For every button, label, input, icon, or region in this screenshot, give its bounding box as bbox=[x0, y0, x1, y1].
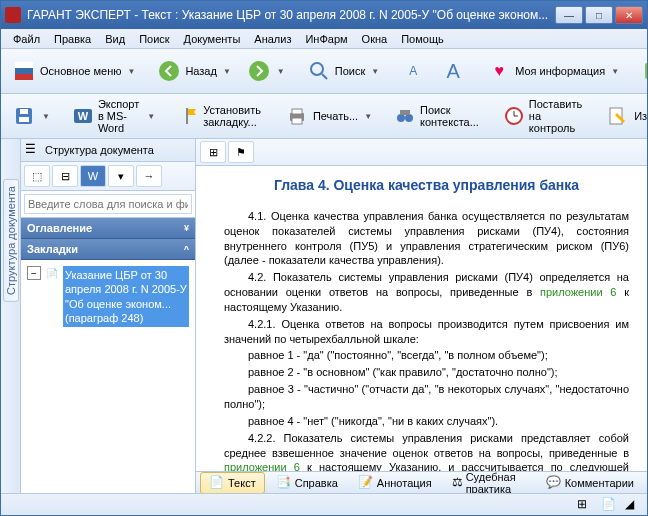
back-icon bbox=[157, 59, 181, 83]
doc-tb-btn1[interactable]: ⊞ bbox=[200, 141, 226, 163]
svg-rect-16 bbox=[292, 118, 302, 124]
menu-edit[interactable]: Правка bbox=[48, 31, 97, 47]
sidebar-tb-btn4[interactable]: ▾ bbox=[108, 165, 134, 187]
tab-comments[interactable]: 💬Комментарии bbox=[537, 472, 643, 494]
annotation-icon: 📝 bbox=[358, 475, 374, 491]
chevron-down-icon: ▼ bbox=[611, 67, 619, 76]
chapter-title: Глава 4. Оценка качества управления банк… bbox=[224, 176, 629, 195]
status-icon1[interactable]: ⊞ bbox=[577, 497, 593, 513]
paragraph: равное 1 - "да" ("постоянно", "всегда", … bbox=[224, 348, 629, 363]
control-button[interactable]: Поставить на контроль bbox=[496, 97, 591, 135]
paragraph: 4.1. Оценка качества управления банка ос… bbox=[224, 209, 629, 268]
doc-mini-toolbar: ⊞ ⚑ bbox=[196, 139, 647, 166]
myinfo-button[interactable]: ♥ Моя информация▼ bbox=[480, 52, 626, 90]
toolbar-doc: ▼ W Экспорт в MS-Word▼ Установить заклад… bbox=[1, 94, 647, 139]
doc-tb-btn2[interactable]: ⚑ bbox=[228, 141, 254, 163]
tasks-icon bbox=[641, 59, 647, 83]
tasks-button[interactable]: Панель задач bbox=[634, 52, 647, 90]
app-icon bbox=[5, 7, 21, 23]
status-icon2[interactable]: 📄 bbox=[601, 497, 617, 513]
sidebar-tb-btn1[interactable]: ⬚ bbox=[24, 165, 50, 187]
export-word-button[interactable]: W Экспорт в MS-Word▼ bbox=[65, 97, 162, 135]
print-button[interactable]: Печать...▼ bbox=[278, 97, 379, 135]
comments-icon: 💬 bbox=[546, 475, 562, 491]
svg-point-18 bbox=[405, 114, 413, 122]
menu-file[interactable]: Файл bbox=[7, 31, 46, 47]
menu-documents[interactable]: Документы bbox=[178, 31, 247, 47]
statusbar: ⊞ 📄 ◢ bbox=[1, 493, 647, 515]
svg-rect-7 bbox=[645, 63, 647, 79]
sidebar: ☰ Структура документа ⬚ ⊟ W ▾ → Оглавлен… bbox=[21, 139, 196, 493]
svg-line-6 bbox=[322, 74, 327, 79]
save-button[interactable]: ▼ bbox=[5, 97, 57, 135]
svg-rect-13 bbox=[186, 108, 188, 124]
document-area: ⊞ ⚑ Глава 4. Оценка качества управления … bbox=[196, 139, 647, 493]
document-content[interactable]: Глава 4. Оценка качества управления банк… bbox=[196, 166, 647, 471]
tab-court[interactable]: ⚖Судебная практика bbox=[443, 468, 535, 494]
svg-rect-9 bbox=[19, 117, 29, 122]
maximize-button[interactable]: □ bbox=[585, 6, 613, 24]
vertical-tab[interactable]: Структура документа bbox=[1, 139, 21, 493]
minus-icon[interactable]: − bbox=[27, 266, 41, 280]
svg-point-5 bbox=[311, 63, 323, 75]
tab-help[interactable]: 📑Справка bbox=[267, 472, 347, 494]
bookmark-flag-icon bbox=[177, 104, 199, 128]
bookmark-button[interactable]: Установить закладку... bbox=[170, 97, 270, 135]
close-button[interactable]: ✕ bbox=[615, 6, 643, 24]
svg-rect-2 bbox=[15, 74, 33, 80]
font-smaller-button[interactable]: A bbox=[394, 52, 432, 90]
paragraph: равное 2 - "в основном" ("как правило", … bbox=[224, 365, 629, 380]
svg-rect-19 bbox=[400, 110, 410, 115]
forward-button[interactable]: ▼ bbox=[240, 52, 292, 90]
toolbar-main: Основное меню▼ Назад▼ ▼ Поиск▼ A A ♥ Моя… bbox=[1, 49, 647, 94]
binoculars-icon bbox=[394, 104, 416, 128]
svg-rect-1 bbox=[15, 68, 33, 74]
back-button[interactable]: Назад▼ bbox=[150, 52, 237, 90]
main-menu-button[interactable]: Основное меню▼ bbox=[5, 52, 142, 90]
chevron-up-icon: ^ bbox=[184, 244, 189, 254]
status-icon3[interactable]: ◢ bbox=[625, 497, 641, 513]
chevron-down-icon: ▼ bbox=[371, 67, 379, 76]
tree-item[interactable]: − 📄 Указание ЦБР от 30 апреля 2008 г. N … bbox=[25, 264, 191, 329]
chevron-down-icon: ▼ bbox=[147, 112, 155, 121]
svg-rect-0 bbox=[15, 62, 33, 68]
bottom-tabs: 📄Текст 📑Справка 📝Аннотация ⚖Судебная пра… bbox=[196, 471, 647, 493]
menu-help[interactable]: Помощь bbox=[395, 31, 450, 47]
menu-inform[interactable]: ИнФарм bbox=[299, 31, 353, 47]
search-input[interactable] bbox=[24, 194, 192, 214]
sidebar-search bbox=[21, 191, 195, 218]
menu-view[interactable]: Вид bbox=[99, 31, 131, 47]
menu-windows[interactable]: Окна bbox=[356, 31, 394, 47]
svg-point-4 bbox=[249, 61, 269, 81]
doc-icon: 📄 bbox=[45, 266, 59, 280]
tab-annotation[interactable]: 📝Аннотация bbox=[349, 472, 441, 494]
sidebar-tb-btn2[interactable]: ⊟ bbox=[52, 165, 78, 187]
font-larger-button[interactable]: A bbox=[434, 52, 472, 90]
link-appendix6[interactable]: приложении 6 bbox=[224, 461, 300, 471]
flag-icon bbox=[12, 59, 36, 83]
paragraph: 4.2. Показатель системы управления риска… bbox=[224, 270, 629, 315]
chevron-down-icon: ▼ bbox=[223, 67, 231, 76]
changes-button[interactable]: Измене... bbox=[599, 97, 647, 135]
toc-header[interactable]: Оглавление¥ bbox=[21, 218, 195, 239]
search-button[interactable]: Поиск▼ bbox=[300, 52, 386, 90]
menu-search[interactable]: Поиск bbox=[133, 31, 175, 47]
tab-text[interactable]: 📄Текст bbox=[200, 472, 265, 494]
help-icon: 📑 bbox=[276, 475, 292, 491]
bookmarks-header[interactable]: Закладки^ bbox=[21, 239, 195, 260]
minimize-button[interactable]: — bbox=[555, 6, 583, 24]
font-smaller-icon: A bbox=[401, 59, 425, 83]
context-search-button[interactable]: Поиск контекста... bbox=[387, 97, 488, 135]
chevron-down-icon: ▼ bbox=[364, 112, 372, 121]
sidebar-tb-btn5[interactable]: → bbox=[136, 165, 162, 187]
tree-item-label: Указание ЦБР от 30 апреля 2008 г. N 2005… bbox=[63, 266, 189, 327]
svg-rect-15 bbox=[292, 109, 302, 114]
titlebar: ГАРАНТ ЭКСПЕРТ - Текст : Указание ЦБР от… bbox=[1, 1, 647, 29]
font-larger-icon: A bbox=[441, 59, 465, 83]
menu-analysis[interactable]: Анализ bbox=[248, 31, 297, 47]
sidebar-tb-btn3[interactable]: W bbox=[80, 165, 106, 187]
link-appendix6[interactable]: приложении 6 bbox=[540, 286, 616, 298]
window-title: ГАРАНТ ЭКСПЕРТ - Текст : Указание ЦБР от… bbox=[27, 8, 555, 22]
court-icon: ⚖ bbox=[452, 475, 463, 491]
paragraph: равное 3 - "частично" ("отчасти да", "в … bbox=[224, 382, 629, 412]
